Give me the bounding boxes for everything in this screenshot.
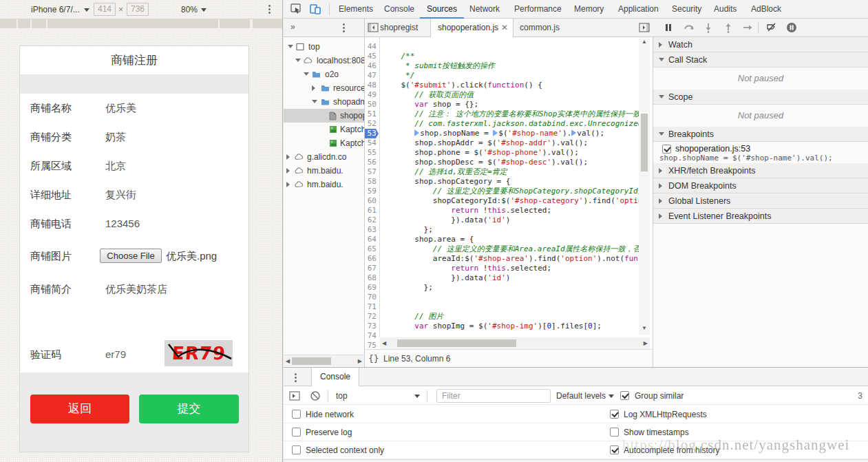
field-value[interactable]: 优乐美奶茶店 bbox=[105, 283, 167, 296]
tree-item-kaptcha[interactable]: Kaptcha bbox=[284, 136, 365, 150]
line-number[interactable]: 46 bbox=[365, 61, 377, 71]
sidebar-section-breakpoints[interactable]: Breakpoints bbox=[653, 127, 868, 142]
pretty-print-icon[interactable]: {} bbox=[368, 353, 379, 364]
code-line-57[interactable]: 57// 选择id,双重否定=肯定 bbox=[365, 167, 639, 177]
tree-arrow-icon[interactable] bbox=[286, 154, 290, 160]
code-line-46[interactable]: 46 * submit按钮触发的操作 bbox=[365, 61, 639, 71]
line-number[interactable]: 56 bbox=[365, 158, 377, 167]
line-number[interactable]: 50 bbox=[365, 100, 377, 109]
submit-button[interactable]: 提交 bbox=[139, 395, 239, 423]
code-line-62[interactable]: 62}).data('id') bbox=[365, 216, 639, 225]
line-number[interactable]: 66 bbox=[365, 254, 377, 264]
field-value[interactable]: 北京 bbox=[105, 160, 126, 173]
sidebar-section-dom-breakpoints[interactable]: DOM Breakpoints bbox=[653, 178, 868, 193]
devtools-tab-elements[interactable]: Elements bbox=[332, 0, 380, 18]
code-line-69[interactable]: 69}; bbox=[365, 283, 639, 293]
code-line-71[interactable]: 71 bbox=[365, 302, 639, 312]
step-over-icon[interactable] bbox=[684, 22, 695, 33]
breakpoint-marker[interactable]: 53 bbox=[365, 129, 379, 138]
navigator-menu-icon[interactable] bbox=[343, 23, 345, 34]
line-number[interactable]: 68 bbox=[365, 273, 377, 283]
code-line-61[interactable]: 61return !this.selected; bbox=[365, 206, 639, 216]
section-arrow-icon[interactable] bbox=[659, 168, 662, 174]
pause-script-icon[interactable] bbox=[663, 22, 674, 33]
media-query-segment[interactable] bbox=[18, 19, 30, 28]
show-console-sidebar-icon[interactable] bbox=[289, 390, 300, 401]
code-line-68[interactable]: 68}).data('id') bbox=[365, 273, 639, 283]
captcha-image[interactable]: ER79 bbox=[165, 340, 233, 366]
code-line-67[interactable]: 67return !this.selected; bbox=[365, 264, 639, 273]
captcha-input[interactable]: er79 bbox=[105, 348, 126, 360]
tree-arrow-icon[interactable] bbox=[288, 45, 293, 48]
code-line-65[interactable]: 65// 这里定义的变量要和Area.areaId属性名称保持一致，否 bbox=[365, 244, 639, 254]
scroll-left-icon[interactable]: ◀ bbox=[286, 358, 290, 364]
code-line-58[interactable]: 58shop.shopCategory = { bbox=[365, 177, 639, 187]
file-tab-common[interactable]: common.js bbox=[520, 19, 560, 36]
tree-arrow-icon[interactable] bbox=[286, 168, 290, 174]
line-number[interactable]: 54 bbox=[365, 138, 377, 148]
tree-item-o2o[interactable]: o2o bbox=[284, 67, 365, 81]
media-query-segment[interactable] bbox=[32, 19, 46, 28]
scrollbar-thumb[interactable] bbox=[641, 114, 648, 171]
section-arrow-icon[interactable] bbox=[659, 95, 664, 98]
code-line-45[interactable]: 45/** bbox=[365, 52, 639, 61]
pause-on-exceptions-icon[interactable] bbox=[786, 22, 797, 33]
step-icon[interactable] bbox=[742, 22, 753, 33]
step-out-icon[interactable] bbox=[723, 22, 734, 33]
line-number[interactable]: 55 bbox=[365, 148, 377, 158]
devtools-tab-performance[interactable]: Performance bbox=[507, 0, 569, 18]
deactivate-breakpoints-icon[interactable] bbox=[766, 22, 777, 33]
code-line-66[interactable]: 66areaId:$('#shop-area').find('option').… bbox=[365, 254, 639, 264]
line-number[interactable]: 48 bbox=[365, 81, 377, 90]
tree-arrow-icon[interactable] bbox=[312, 100, 317, 103]
scrollbar-thumb[interactable] bbox=[397, 339, 516, 347]
breakpoint-entry[interactable]: shopoperation.js:53shop.shopName = $('#s… bbox=[653, 142, 868, 163]
sidebar-section-global-listeners[interactable]: Global Listeners bbox=[653, 193, 868, 209]
checkbox[interactable] bbox=[292, 428, 301, 437]
device-toolbar-icon[interactable] bbox=[310, 3, 321, 14]
media-query-bar[interactable] bbox=[0, 19, 282, 28]
code-line-60[interactable]: 60shopCategoryId:$('#shop-category').fin… bbox=[365, 196, 639, 206]
line-number[interactable]: 62 bbox=[365, 216, 377, 225]
line-number[interactable]: 63 bbox=[365, 225, 377, 235]
scroll-down-icon[interactable]: ▼ bbox=[642, 325, 647, 331]
code-line-72[interactable]: 72// 图片 bbox=[365, 312, 639, 322]
section-arrow-icon[interactable] bbox=[659, 198, 662, 204]
section-arrow-icon[interactable] bbox=[659, 213, 662, 219]
scroll-left-icon[interactable]: ◀ bbox=[382, 340, 386, 346]
code-line-49[interactable]: 49// 获取页面的值 bbox=[365, 90, 639, 100]
scroll-right-icon[interactable]: ▶ bbox=[358, 358, 362, 364]
devtools-tab-sources[interactable]: Sources bbox=[420, 0, 464, 19]
more-tabs-icon[interactable]: » bbox=[290, 22, 295, 32]
line-number[interactable]: 51 bbox=[365, 109, 377, 119]
code-line-47[interactable]: 47 */ bbox=[365, 71, 639, 81]
line-number[interactable]: 69 bbox=[365, 283, 377, 293]
sidebar-section-watch[interactable]: Watch bbox=[653, 37, 868, 52]
section-arrow-icon[interactable] bbox=[659, 132, 664, 136]
navigator-horizontal-scrollbar[interactable]: ◀▶ bbox=[284, 355, 364, 366]
devtools-tab-audits[interactable]: Audits bbox=[707, 0, 743, 18]
line-number[interactable]: 57 bbox=[365, 167, 377, 177]
line-number[interactable]: 49 bbox=[365, 90, 377, 100]
code-line-52[interactable]: 52// com.fasterxml.jackson.databind.exc.… bbox=[365, 119, 639, 129]
tree-item-shopadmin[interactable]: shopadmin bbox=[284, 95, 365, 109]
section-arrow-icon[interactable] bbox=[659, 42, 662, 48]
line-number[interactable]: 65 bbox=[365, 244, 377, 254]
editor-horizontal-scrollbar[interactable]: ◀ ▶ bbox=[380, 337, 650, 349]
tree-item-g-alicdn-co[interactable]: g.alicdn.co bbox=[284, 150, 365, 164]
inline-breakpoint-icon[interactable] bbox=[414, 129, 419, 136]
code-line-55[interactable]: 55shop.phone = $('#shop-phone').val(); bbox=[365, 148, 639, 158]
tree-arrow-icon[interactable] bbox=[312, 85, 315, 91]
line-number[interactable]: 71 bbox=[365, 302, 377, 312]
devtools-tab-security[interactable]: Security bbox=[665, 0, 708, 18]
media-query-segment[interactable] bbox=[0, 19, 17, 28]
media-query-segment[interactable] bbox=[220, 19, 250, 28]
media-query-segment[interactable] bbox=[253, 19, 282, 28]
code-line-44[interactable]: 44 bbox=[365, 42, 639, 52]
field-value[interactable]: 123456 bbox=[105, 218, 140, 229]
field-value[interactable]: 复兴街 bbox=[105, 189, 136, 202]
checkbox[interactable] bbox=[610, 410, 619, 419]
tree-item-hm-baidu-[interactable]: hm.baidu. bbox=[284, 178, 365, 191]
device-toolbar-menu-icon[interactable] bbox=[268, 5, 271, 15]
scrollbar-thumb[interactable] bbox=[292, 357, 331, 365]
